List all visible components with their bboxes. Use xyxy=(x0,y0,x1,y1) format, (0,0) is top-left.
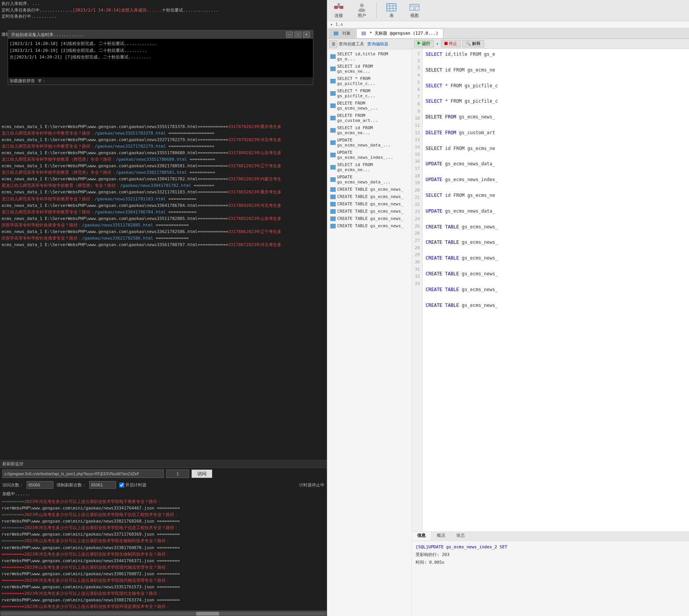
list-item[interactable]: DELETE FROM gs_custom_art... xyxy=(327,112,411,124)
line-numbers: 12345 678910 1112131415 1617181920 21222… xyxy=(412,49,423,531)
terminal-top: 执行入库程序. ... 定时入库任务执行中.............[2023/… xyxy=(0,0,327,31)
dialog-line-2: [2023/2/1 14:20:19] [2]线程全部完成, 二十秒后重试...… xyxy=(10,47,311,54)
query-icon-8 xyxy=(330,140,336,145)
query-icon-16 xyxy=(330,216,336,221)
db-editor-toolbar: 运行 ▾ 停止 🔍 解释 xyxy=(412,39,689,49)
sql-line-17: UPDATE gs_ecms_news_index_ xyxy=(426,176,686,183)
log-line-1b: 龙江幼儿师范高等专科学校小学教育专业？路径：/gaokao/news335517… xyxy=(2,130,325,137)
blog-17: =========2023年山东考生多少分可以上连云港职业技术学院环境监测技术专… xyxy=(2,603,325,610)
log-line-8: ecms_news_data_1 E:\ServerWebsPHP\www.ge… xyxy=(2,215,325,222)
dialog-minimize-button[interactable]: — xyxy=(286,32,293,38)
list-item[interactable]: CREATE TABLE gs_ecms_news_ xyxy=(327,186,411,193)
log-line-3: ecms_news_data_1 E:\ServerWebsPHP\www.ge… xyxy=(2,150,325,156)
list-item[interactable]: SELECT id FROM gs_ecms_ne... xyxy=(327,124,411,137)
dialog-titlebar: 开始别表采集入临时库............ — □ ✕ xyxy=(8,30,313,39)
query-tab-icon xyxy=(361,32,366,35)
terminal-line-3: 定时任务执行中.......... xyxy=(2,13,325,20)
stop-button[interactable]: 停止 xyxy=(441,40,461,47)
db-sidebar: ☰ 查询创建工具 查询编辑器 SELECT id,title FROM gs_e… xyxy=(327,39,412,616)
dialog-close-button[interactable]: ✕ xyxy=(303,32,310,38)
visit-button[interactable]: 访问 xyxy=(191,469,212,478)
list-item[interactable]: CREATE TABLE gs_ecms_news_ xyxy=(327,215,411,222)
list-item[interactable]: UPDATE gs_ecms_news_data_... xyxy=(327,173,411,186)
list-item[interactable]: CREATE TABLE gs_ecms_news_ xyxy=(327,193,411,200)
left-panel: 执行入库程序. ... 定时入库任务执行中.............[2023/… xyxy=(0,0,327,616)
toolbar-view[interactable]: 视图 xyxy=(406,2,423,19)
sql-line-13: SELECT id FROM gs_ecms_ne xyxy=(426,145,686,152)
log-line-6b: 龙江幼儿师范高等专科学校学前教育专业？路径：/gaokao/news332117… xyxy=(2,196,325,202)
log-line-3b: 龙江幼儿师范高等专科学校学前教育（师范类）专业？路径：/gaokao/news3… xyxy=(2,156,325,163)
blog-16: rverWebsPHP\www.gengsan.com\mini/gaokao/… xyxy=(2,597,325,603)
sql-line-4 xyxy=(426,74,686,82)
query-icon-7 xyxy=(330,128,336,133)
sql-line-32 xyxy=(426,293,686,301)
db-object-list: SELECT id,title FROM gs_e... SELECT id F… xyxy=(327,50,411,616)
list-item[interactable]: SELECT id FROM gs_ecms_ne... xyxy=(327,63,411,75)
tab-query[interactable]: * 无标题 @gengsan (127.0...) xyxy=(356,28,443,38)
log-line-10: ecms_news_data_1 E:\ServerWebsPHP\www.ge… xyxy=(2,241,325,248)
sql-line-28 xyxy=(426,262,686,270)
query-icon-5 xyxy=(330,103,336,108)
list-item[interactable]: SELECT * FROM gs_picfile_c... xyxy=(327,87,411,100)
run-button[interactable]: 运行 xyxy=(414,40,434,47)
sql-line-26 xyxy=(426,246,686,254)
log-line-7b: 龙江幼儿师范高等专科学校学前教育专业？路径：/gaokao/news336417… xyxy=(2,209,325,215)
timer-checkbox[interactable] xyxy=(119,483,124,488)
list-item[interactable]: UPDATE gs_ecms_news_index_... xyxy=(327,149,411,161)
sql-editor[interactable]: 12345 678910 1112131415 1617181920 21222… xyxy=(412,49,689,531)
sql-line-2 xyxy=(426,58,686,66)
tab-object[interactable]: 对象 xyxy=(329,28,356,38)
query-icon-13 xyxy=(330,195,336,199)
dialog-title: 开始别表采集入临时库............ xyxy=(11,32,84,38)
list-item[interactable]: UPDATE gs_ecms_news_data_... xyxy=(327,137,411,149)
sql-content[interactable]: SELECT id,title FROM gs_e SELECT id FROM… xyxy=(423,49,689,531)
toolbar-table[interactable]: 表 xyxy=(383,2,400,19)
log-line-5b: 黑龙江幼儿师范高等专科学校学前教育（师范类）专业？路径：/gaokao/news… xyxy=(2,182,325,189)
blog-6: rverWebsPHP\www.gengsan.com\mini/gaokao/… xyxy=(2,531,325,538)
view-label: 视图 xyxy=(410,13,419,18)
url-input[interactable] xyxy=(2,469,164,478)
list-item[interactable]: DELETE FROM gs_ecms_news_... xyxy=(327,100,411,112)
info-tab-info[interactable]: 信息 xyxy=(412,532,431,541)
query-editor-label[interactable]: 查询编辑器 xyxy=(367,41,388,47)
list-item[interactable]: SELECT id,title FROM gs_e... xyxy=(327,50,411,63)
h-scrollbar-thumb[interactable] xyxy=(196,612,219,616)
timer-checkbox-label[interactable]: 开启计时器 xyxy=(119,482,146,488)
sql-line-23: CREATE TABLE gs_ecms_news_ xyxy=(426,223,686,231)
explain-button[interactable]: 🔍 解释 xyxy=(462,40,484,47)
list-item[interactable]: SELECT * FROM gs_picfile_c... xyxy=(327,75,411,87)
input-prompt-mid: 加载微软拼音 半： xyxy=(8,77,313,85)
count-input[interactable] xyxy=(27,481,53,489)
blog-5: =========2023年河北考生多少分可以上连云港职业技术学院电子信息工程技… xyxy=(2,524,325,531)
list-item[interactable]: CREATE TABLE gs_ecms_news_ xyxy=(327,222,411,230)
sql-line-33: CREATE TABLE gs_ecms_news_ xyxy=(426,301,686,309)
dialog-maximize-button[interactable]: □ xyxy=(295,32,301,38)
blog-10: rverWebsPHP\www.gengsan.com\mini/gaokao/… xyxy=(2,558,325,564)
sql-line-21: UPDATE gs_ecms_news_data_ xyxy=(426,207,686,215)
blog-1: =========2023年河北考生多少分可以上连云港职业技术学院电子商务专业？… xyxy=(2,498,325,505)
blog-2: rverWebsPHP\www.gengsan.com\mini/gaokao/… xyxy=(2,505,325,511)
info-time: 时间: 0.005s xyxy=(416,559,685,566)
force-refresh-input[interactable] xyxy=(89,481,116,489)
terminal-line-1: 执行入库程序. ... xyxy=(2,1,325,7)
toolbar-user[interactable]: 用户 xyxy=(353,2,370,19)
list-item[interactable]: SELECT id FROM gs_ecms_ne... xyxy=(327,161,411,173)
right-panel: 连接 用户 表 xyxy=(327,0,689,616)
number-input[interactable] xyxy=(166,469,189,478)
info-sql-text: [SQL]UPDATE gs_ecms_news_index_2 SET xyxy=(416,543,685,551)
log-line-2: ecms_news_data_1 E:\ServerWebsPHP\www.ge… xyxy=(2,137,325,143)
hamburger-button[interactable]: ☰ xyxy=(330,40,337,48)
table-label: 表 xyxy=(389,13,394,18)
list-item[interactable]: CREATE TABLE gs_ecms_news_ xyxy=(327,200,411,208)
sql-line-31: CREATE TABLE gs_ecms_news_ xyxy=(426,286,686,293)
info-tab-overview[interactable]: 概况 xyxy=(431,532,451,541)
svg-point-5 xyxy=(360,3,364,7)
toolbar-connect[interactable]: 连接 xyxy=(330,2,347,19)
info-tab-status[interactable]: 状态 xyxy=(451,532,471,541)
db-toolbar: 连接 用户 表 xyxy=(327,0,689,21)
h-scrollbar[interactable] xyxy=(0,611,327,616)
dialog-window: 开始别表采集入临时库............ — □ ✕ [2023/2/1 1… xyxy=(8,30,313,85)
blog-4: rverWebsPHP\www.gengsan.com\mini/gaokao/… xyxy=(2,518,325,524)
list-item[interactable]: CREATE TABLE gs_ecms_news_ xyxy=(327,208,411,215)
db-tabbar: 对象 * 无标题 @gengsan (127.0...) xyxy=(327,28,689,39)
